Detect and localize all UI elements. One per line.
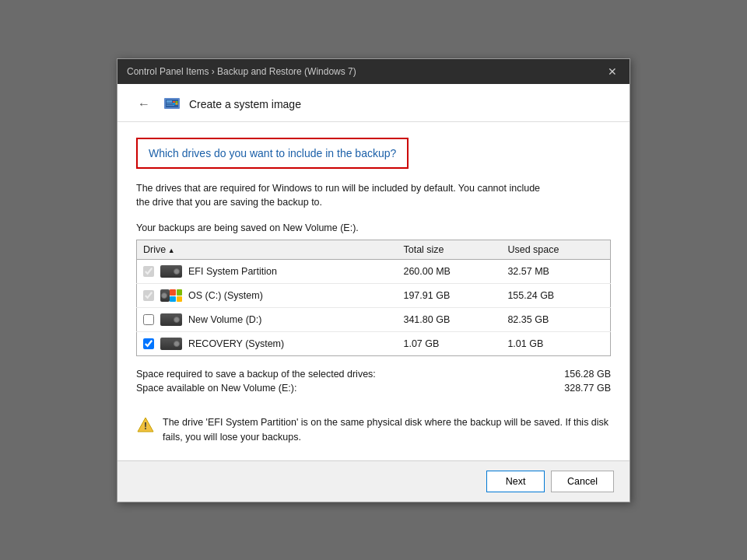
space-info: Space required to save a backup of the s… <box>136 369 611 394</box>
drive-used-space: 32.57 MB <box>501 260 610 284</box>
space-available-row: Space available on New Volume (E:): 328.… <box>136 383 611 394</box>
dialog-title: Create a system image <box>189 98 301 110</box>
dialog-header: ← Create a system image <box>117 84 630 122</box>
table-row: RECOVERY (System)1.07 GB1.01 GB <box>137 332 611 356</box>
drive-name: New Volume (D:) <box>188 314 261 325</box>
svg-rect-4 <box>167 105 174 106</box>
col-header-drive: Drive <box>137 240 398 260</box>
dialog-footer: Next Cancel <box>117 460 630 502</box>
warning-section: ! The drive 'EFI System Partition' is on… <box>136 409 611 445</box>
backup-location: Your backups are being saved on New Volu… <box>136 222 611 233</box>
drive-checkbox-2[interactable] <box>143 314 154 325</box>
drive-checkbox-3[interactable] <box>143 338 154 349</box>
drive-checkbox-1[interactable] <box>143 290 154 301</box>
back-icon: ← <box>138 97 150 110</box>
drive-name: OS (C:) (System) <box>188 290 263 301</box>
table-row: New Volume (D:)341.80 GB82.35 GB <box>137 308 611 332</box>
drive-total-size: 1.07 GB <box>397 332 501 356</box>
close-button[interactable]: ✕ <box>601 64 623 79</box>
drive-icon-1 <box>160 289 182 303</box>
svg-rect-8 <box>176 103 178 104</box>
title-bar: Control Panel Items › Backup and Restore… <box>117 59 630 84</box>
space-required-row: Space required to save a backup of the s… <box>136 369 611 380</box>
drive-total-size: 260.00 MB <box>397 260 501 284</box>
question-box: Which drives do you want to include in t… <box>136 138 409 169</box>
cancel-button[interactable]: Cancel <box>551 471 614 492</box>
dialog-body: Which drives do you want to include in t… <box>117 122 630 460</box>
hdd-icon <box>160 265 182 278</box>
main-window: Control Panel Items › Backup and Restore… <box>117 58 630 502</box>
drive-used-space: 1.01 GB <box>501 332 610 356</box>
drive-checkbox-0[interactable] <box>143 266 154 277</box>
drive-name: EFI System Partition <box>188 266 277 277</box>
drive-total-size: 341.80 GB <box>397 308 501 332</box>
space-available-value: 328.77 GB <box>564 383 611 394</box>
back-button[interactable]: ← <box>133 96 155 113</box>
drive-icon-0 <box>160 264 182 278</box>
hdd-icon <box>160 289 170 302</box>
windows-icon <box>170 289 182 302</box>
title-bar-text: Control Panel Items › Backup and Restore… <box>127 66 356 77</box>
space-available-label: Space available on New Volume (E:): <box>136 383 296 394</box>
space-required-value: 156.28 GB <box>564 369 611 380</box>
hdd-icon <box>160 313 182 326</box>
col-header-total: Total size <box>397 240 501 260</box>
drive-icon-3 <box>160 337 182 351</box>
warning-text: The drive 'EFI System Partition' is on t… <box>163 415 611 445</box>
question-text: Which drives do you want to include in t… <box>149 147 396 159</box>
table-row: EFI System Partition260.00 MB32.57 MB <box>137 260 611 284</box>
svg-rect-6 <box>176 101 178 103</box>
system-image-icon <box>163 95 181 114</box>
drive-icon-2 <box>160 313 182 327</box>
hdd-icon <box>160 338 182 350</box>
svg-rect-2 <box>167 100 172 103</box>
space-required-label: Space required to save a backup of the s… <box>136 369 376 380</box>
drive-total-size: 197.91 GB <box>397 284 501 308</box>
svg-rect-7 <box>173 103 175 104</box>
drive-name: RECOVERY (System) <box>188 338 284 349</box>
drive-used-space: 155.24 GB <box>501 284 610 308</box>
table-row: OS (C:) (System)197.91 GB155.24 GB <box>137 284 611 308</box>
drive-used-space: 82.35 GB <box>501 308 610 332</box>
col-header-used: Used space <box>501 240 610 260</box>
drives-table: Drive Total size Used space EFI System P… <box>136 240 611 356</box>
svg-rect-5 <box>173 101 175 103</box>
description: The drives that are required for Windows… <box>136 181 611 211</box>
svg-text:!: ! <box>144 421 147 432</box>
next-button[interactable]: Next <box>486 471 545 492</box>
warning-icon: ! <box>136 415 155 434</box>
